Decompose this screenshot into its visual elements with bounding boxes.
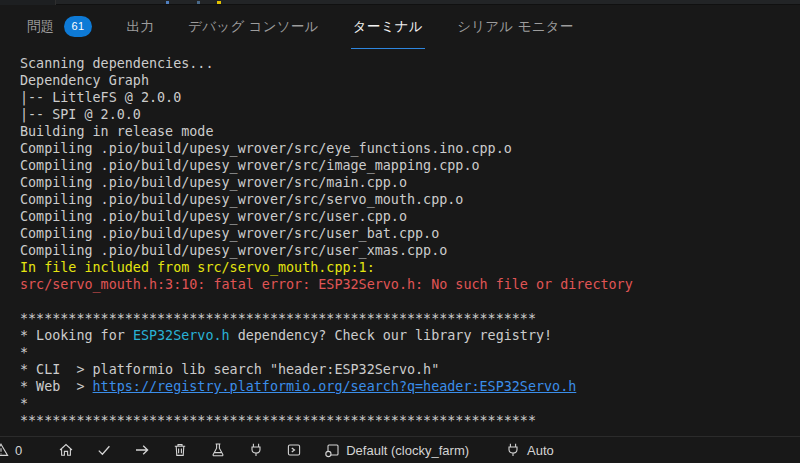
terminal-text: * Web > xyxy=(20,379,93,394)
terminal-line: Compiling .pio/build/upesy_wrover/src/us… xyxy=(20,225,792,242)
terminal-line: * xyxy=(20,395,792,412)
status-warning-count[interactable]: 0 xyxy=(0,437,33,463)
vscode-panel-view: 問題 61 出力 デバッグ コンソール ターミナル シリアル モニター Scan… xyxy=(0,0,800,463)
terminal-line: Scanning dependencies... xyxy=(20,55,792,72)
tab-debug-console-label: デバッグ コンソール xyxy=(188,18,319,36)
terminal-text: src/servo_mouth.h:3:10: fatal error: ESP… xyxy=(20,277,633,292)
pio-build-button[interactable] xyxy=(85,437,123,463)
problems-count-badge: 61 xyxy=(64,16,93,37)
terminal-text: Compiling .pio/build/upesy_wrover/src/im… xyxy=(20,158,480,173)
tab-debug-console[interactable]: デバッグ コンソール xyxy=(186,5,321,49)
terminal-text: * xyxy=(20,396,28,411)
tab-terminal[interactable]: ターミナル xyxy=(351,5,425,49)
tab-output[interactable]: 出力 xyxy=(124,5,156,49)
warning-triangle-icon xyxy=(0,442,9,458)
terminal-text: Compiling .pio/build/upesy_wrover/src/ey… xyxy=(20,141,512,156)
flask-icon xyxy=(210,442,226,458)
terminal-link[interactable]: https://registry.platformio.org/search?q… xyxy=(93,379,577,394)
terminal-line: |-- LittleFS @ 2.0.0 xyxy=(20,89,792,106)
panel-tab-bar: 問題 61 出力 デバッグ コンソール ターミナル シリアル モニター xyxy=(0,5,800,49)
terminal-line: src/servo_mouth.h:3:10: fatal error: ESP… xyxy=(20,276,792,293)
terminal-text: Compiling .pio/build/upesy_wrover/src/se… xyxy=(20,192,463,207)
check-icon xyxy=(96,442,112,458)
terminal-text: Compiling .pio/build/upesy_wrover/src/ma… xyxy=(20,175,407,190)
status-bar: 0 Default (clocky_farm) A xyxy=(0,436,800,463)
warning-count-label: 0 xyxy=(15,443,22,458)
terminal-text: Scanning dependencies... xyxy=(20,56,213,71)
terminal-text: ESP32Servo.h xyxy=(133,328,230,343)
plug-icon xyxy=(248,442,264,458)
terminal-text: * Looking for xyxy=(20,328,133,343)
terminal-line: |-- SPI @ 2.0.0 xyxy=(20,106,792,123)
terminal-line: * Web > https://registry.platformio.org/… xyxy=(20,378,792,395)
tab-problems[interactable]: 問題 61 xyxy=(25,5,94,49)
pio-serial-port-selector[interactable]: Auto xyxy=(494,437,565,463)
terminal-text: Compiling .pio/build/upesy_wrover/src/us… xyxy=(20,226,439,241)
tab-output-label: 出力 xyxy=(126,18,154,36)
terminal-line xyxy=(20,293,792,310)
terminal-line: In file included from src/servo_mouth.cp… xyxy=(20,259,792,276)
editor-edge xyxy=(0,0,800,5)
terminal-text: * CLI > platformio lib search "header:ES… xyxy=(20,362,439,377)
terminal-text: In file included from src/servo_mouth.cp… xyxy=(20,260,375,275)
tab-terminal-label: ターミナル xyxy=(353,18,423,36)
terminal-line: Dependency Graph xyxy=(20,72,792,89)
terminal-line: ****************************************… xyxy=(20,412,792,429)
tab-serial-monitor[interactable]: シリアル モニター xyxy=(455,5,576,49)
arrow-right-icon xyxy=(134,442,150,458)
terminal-text: |-- LittleFS @ 2.0.0 xyxy=(20,90,181,105)
serial-port-label: Auto xyxy=(527,443,554,458)
editor-gutter xyxy=(0,0,56,5)
pio-new-terminal-button[interactable] xyxy=(275,437,313,463)
terminal-line: ****************************************… xyxy=(20,310,792,327)
terminal-text: |-- SPI @ 2.0.0 xyxy=(20,107,141,122)
pio-env-switcher[interactable]: Default (clocky_farm) xyxy=(313,437,480,463)
terminal-text: * xyxy=(20,345,28,360)
terminal-line: Compiling .pio/build/upesy_wrover/src/ma… xyxy=(20,174,792,191)
plug-icon xyxy=(505,442,521,458)
pio-serial-monitor-button[interactable] xyxy=(237,437,275,463)
terminal-line: Compiling .pio/build/upesy_wrover/src/im… xyxy=(20,157,792,174)
terminal-text: Dependency Graph xyxy=(20,73,149,88)
syntax-fragment xyxy=(217,1,221,4)
pio-home-button[interactable] xyxy=(47,437,85,463)
terminal-line: Compiling .pio/build/upesy_wrover/src/ey… xyxy=(20,140,792,157)
terminal-line: * Looking for ESP32Servo.h dependency? C… xyxy=(20,327,792,344)
syntax-fragment xyxy=(197,1,200,4)
terminal-icon xyxy=(286,442,302,458)
terminal-text: ****************************************… xyxy=(20,311,536,326)
pio-test-button[interactable] xyxy=(199,437,237,463)
env-switcher-label: Default (clocky_farm) xyxy=(346,443,469,458)
terminal-line: Compiling .pio/build/upesy_wrover/src/us… xyxy=(20,208,792,225)
pio-clean-button[interactable] xyxy=(161,437,199,463)
terminal-line: * xyxy=(20,344,792,361)
pio-upload-button[interactable] xyxy=(123,437,161,463)
tab-problems-label: 問題 xyxy=(27,18,55,36)
terminal-text: Building in release mode xyxy=(20,124,213,139)
terminal-output[interactable]: Scanning dependencies...Dependency Graph… xyxy=(0,49,800,436)
trash-icon xyxy=(172,442,188,458)
tab-serial-monitor-label: シリアル モニター xyxy=(457,18,574,36)
terminal-line: Building in release mode xyxy=(20,123,792,140)
project-env-icon xyxy=(324,442,340,458)
terminal-text: dependency? Check our library registry! xyxy=(230,328,552,343)
home-icon xyxy=(58,442,74,458)
terminal-text: ****************************************… xyxy=(20,413,536,428)
terminal-line: Compiling .pio/build/upesy_wrover/src/us… xyxy=(20,242,792,259)
terminal-text: Compiling .pio/build/upesy_wrover/src/us… xyxy=(20,243,447,258)
syntax-fragment xyxy=(166,1,169,4)
terminal-text: Compiling .pio/build/upesy_wrover/src/us… xyxy=(20,209,407,224)
terminal-line: Compiling .pio/build/upesy_wrover/src/se… xyxy=(20,191,792,208)
terminal-line: * CLI > platformio lib search "header:ES… xyxy=(20,361,792,378)
